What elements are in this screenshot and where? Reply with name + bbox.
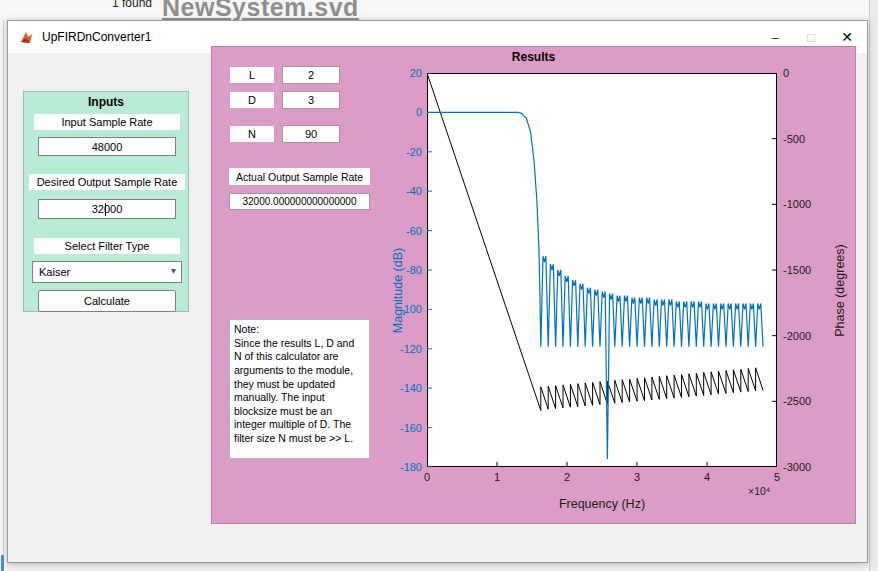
frequency-axis-label: Frequency (Hz) bbox=[427, 497, 777, 511]
magnitude-axis-label: Magnitude (dB) bbox=[391, 191, 406, 391]
inputs-panel: Inputs Input Sample Rate 48000 Desired O… bbox=[23, 91, 189, 312]
y-axis-left-tick-label: -100 bbox=[380, 302, 422, 316]
output-sample-rate-label: Desired Output Sample Rate bbox=[29, 174, 185, 190]
actual-output-rate-field[interactable]: 32000.000000000000000 bbox=[229, 193, 370, 210]
filter-type-selected-value: Kaiser bbox=[39, 266, 70, 278]
input-sample-rate-field[interactable]: 48000 bbox=[38, 137, 176, 156]
input-sample-rate-label: Input Sample Rate bbox=[34, 114, 180, 130]
y-axis-left-tick-label: 20 bbox=[380, 66, 422, 80]
x-axis-tick-label: 3 bbox=[622, 470, 652, 484]
output-sample-rate-value: 32000 bbox=[92, 203, 123, 215]
n-taps-field[interactable]: 90 bbox=[282, 125, 340, 143]
y-axis-right-tick-label: 0 bbox=[783, 66, 825, 80]
background-document-title: NewSystem.svd bbox=[162, 0, 359, 22]
background-scrollbar bbox=[3, 20, 4, 571]
filter-type-dropdown[interactable]: Kaiser ▾ bbox=[32, 261, 182, 283]
d-factor-label: D bbox=[230, 92, 274, 108]
y-axis-left-tick-label: -80 bbox=[380, 263, 422, 277]
filter-type-label: Select Filter Type bbox=[34, 238, 180, 254]
x-axis-tick-label: 0 bbox=[412, 470, 442, 484]
y-axis-left-tick-label: -140 bbox=[380, 381, 422, 395]
y-axis-left-tick-label: -20 bbox=[380, 145, 422, 159]
x-axis-exponent-label: ×10⁴ bbox=[748, 485, 798, 497]
y-axis-left-tick-label: -40 bbox=[380, 184, 422, 198]
y-axis-left-tick-label: 0 bbox=[380, 105, 422, 119]
chevron-down-icon: ▾ bbox=[171, 265, 176, 276]
l-factor-field[interactable]: 2 bbox=[282, 66, 340, 84]
results-panel: Results L 2 D 3 N 90 Actual Output Sampl… bbox=[211, 46, 856, 524]
note-text: Note: Since the results L, D and N of th… bbox=[229, 319, 370, 459]
actual-output-rate-label: Actual Output Sample Rate bbox=[229, 168, 370, 185]
window-title: UpFIRDnConverter1 bbox=[42, 30, 151, 44]
d-factor-field[interactable]: 3 bbox=[282, 91, 340, 109]
background-scrollbar-thumb bbox=[1, 555, 4, 571]
phase-axis-label: Phase (degrees) bbox=[833, 191, 848, 391]
y-axis-right-tick-label: -1500 bbox=[783, 263, 825, 277]
app-window: UpFIRDnConverter1 – □ ✕ Inputs Input Sam… bbox=[7, 20, 868, 563]
results-panel-title: Results bbox=[212, 50, 855, 64]
y-axis-left-tick-label: -60 bbox=[380, 224, 422, 238]
background-right-panel bbox=[869, 0, 878, 571]
x-axis-tick-label: 2 bbox=[552, 470, 582, 484]
l-factor-label: L bbox=[230, 67, 274, 83]
inputs-panel-title: Inputs bbox=[24, 95, 188, 109]
x-axis-tick-label: 4 bbox=[692, 470, 722, 484]
x-axis-tick-label: 5 bbox=[762, 470, 792, 484]
y-axis-right-tick-label: -2000 bbox=[783, 329, 825, 343]
y-axis-right-tick-label: -500 bbox=[783, 132, 825, 146]
text-cursor bbox=[105, 203, 106, 216]
results-plot bbox=[427, 73, 777, 467]
n-taps-label: N bbox=[230, 126, 274, 142]
y-axis-right-tick-label: -2500 bbox=[783, 394, 825, 408]
background-search-result-text: 1 found bbox=[112, 0, 152, 10]
desktop: 1 found NewSystem.svd UpFIRDnConverter1 … bbox=[0, 0, 878, 571]
plot-area bbox=[428, 74, 777, 467]
y-axis-right-tick-label: -1000 bbox=[783, 197, 825, 211]
app-icon bbox=[19, 30, 34, 45]
y-axis-left-tick-label: -160 bbox=[380, 421, 422, 435]
y-axis-left-tick-label: -120 bbox=[380, 342, 422, 356]
output-sample-rate-field[interactable]: 32000 bbox=[38, 199, 176, 219]
x-axis-tick-label: 1 bbox=[482, 470, 512, 484]
calculate-button[interactable]: Calculate bbox=[38, 290, 176, 312]
